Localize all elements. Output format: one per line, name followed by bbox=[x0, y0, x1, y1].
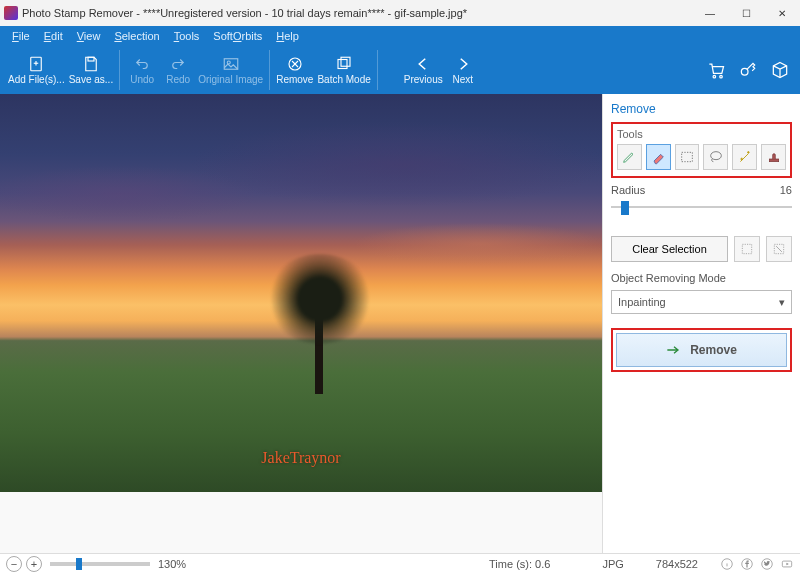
undo-button[interactable]: Undo bbox=[124, 48, 160, 92]
status-time: Time (s): 0.6 bbox=[489, 558, 550, 570]
side-panel: Remove Tools Radius 16 Clear Selection bbox=[602, 94, 800, 553]
undo-icon bbox=[133, 55, 151, 73]
remove-icon bbox=[286, 55, 304, 73]
toolbar: Add File(s)... Save as... Undo Redo Orig… bbox=[0, 46, 800, 94]
batch-mode-button[interactable]: Batch Mode bbox=[315, 48, 372, 92]
add-file-icon bbox=[27, 55, 45, 73]
radius-slider[interactable] bbox=[611, 198, 792, 216]
pencil-icon bbox=[621, 149, 637, 165]
menu-help[interactable]: Help bbox=[270, 28, 305, 44]
arrow-right-icon bbox=[454, 55, 472, 73]
svg-point-13 bbox=[741, 68, 748, 75]
watermark-text: JakeTraynor bbox=[261, 449, 340, 467]
remove-action-button[interactable]: Remove bbox=[616, 333, 787, 367]
tool-pencil[interactable] bbox=[617, 144, 642, 170]
panel-tab-remove[interactable]: Remove bbox=[611, 100, 792, 122]
canvas-image[interactable]: JakeTraynor bbox=[0, 94, 602, 492]
close-button[interactable]: ✕ bbox=[764, 0, 800, 26]
window-controls: — ☐ ✕ bbox=[692, 0, 800, 26]
tool-rectangle-select[interactable] bbox=[675, 144, 700, 170]
select-region-button[interactable] bbox=[734, 236, 760, 262]
zoom-in-button[interactable]: + bbox=[26, 556, 42, 572]
original-image-button[interactable]: Original Image bbox=[196, 48, 265, 92]
deselect-region-button[interactable] bbox=[766, 236, 792, 262]
tool-magic-wand[interactable] bbox=[732, 144, 757, 170]
tools-section: Tools bbox=[611, 122, 792, 178]
arrow-left-icon bbox=[414, 55, 432, 73]
deselect-region-icon bbox=[772, 242, 786, 256]
stamp-icon bbox=[766, 149, 782, 165]
lasso-icon bbox=[708, 149, 724, 165]
eraser-icon bbox=[650, 149, 666, 165]
remove-button-toolbar[interactable]: Remove bbox=[274, 48, 315, 92]
cube-icon[interactable] bbox=[770, 60, 790, 80]
menu-file[interactable]: File bbox=[6, 28, 36, 44]
rectangle-select-icon bbox=[679, 149, 695, 165]
mode-label: Object Removing Mode bbox=[611, 272, 792, 284]
save-icon bbox=[82, 55, 100, 73]
zoom-value: 130% bbox=[158, 558, 186, 570]
save-as-button[interactable]: Save as... bbox=[67, 48, 115, 92]
workspace: JakeTraynor Remove Tools Radius 16 Clear… bbox=[0, 94, 800, 553]
chevron-down-icon: ▾ bbox=[779, 296, 785, 309]
toolbar-right bbox=[706, 60, 790, 80]
twitter-icon[interactable] bbox=[760, 557, 774, 571]
tools-label: Tools bbox=[617, 128, 786, 140]
statusbar: − + 130% Time (s): 0.6 JPG 784x522 bbox=[0, 553, 800, 573]
svg-rect-9 bbox=[338, 60, 347, 69]
menu-softorbits[interactable]: SoftOrbits bbox=[207, 28, 268, 44]
maximize-button[interactable]: ☐ bbox=[728, 0, 764, 26]
arrow-go-icon bbox=[666, 344, 682, 356]
zoom-slider[interactable] bbox=[50, 562, 150, 566]
svg-rect-14 bbox=[682, 152, 693, 161]
radius-label: Radius bbox=[611, 184, 645, 196]
magic-wand-icon bbox=[737, 149, 753, 165]
status-format: JPG bbox=[602, 558, 623, 570]
canvas-area: JakeTraynor bbox=[0, 94, 602, 553]
titlebar: Photo Stamp Remover - ****Unregistered v… bbox=[0, 0, 800, 26]
menu-tools[interactable]: Tools bbox=[168, 28, 206, 44]
mode-select[interactable]: Inpainting ▾ bbox=[611, 290, 792, 314]
batch-icon bbox=[335, 55, 353, 73]
tool-clone-stamp[interactable] bbox=[761, 144, 786, 170]
zoom-out-button[interactable]: − bbox=[6, 556, 22, 572]
svg-rect-15 bbox=[769, 159, 778, 162]
previous-button[interactable]: Previous bbox=[402, 48, 445, 92]
select-region-icon bbox=[740, 242, 754, 256]
svg-rect-16 bbox=[742, 244, 751, 253]
redo-icon bbox=[169, 55, 187, 73]
svg-point-12 bbox=[720, 75, 723, 78]
menu-selection[interactable]: Selection bbox=[108, 28, 165, 44]
tool-eraser[interactable] bbox=[646, 144, 671, 170]
info-icon[interactable] bbox=[720, 557, 734, 571]
svg-rect-3 bbox=[88, 57, 94, 61]
next-button[interactable]: Next bbox=[445, 48, 481, 92]
menubar: File Edit View Selection Tools SoftOrbit… bbox=[0, 26, 800, 46]
mode-value: Inpainting bbox=[618, 296, 666, 308]
menu-edit[interactable]: Edit bbox=[38, 28, 69, 44]
tool-lasso[interactable] bbox=[703, 144, 728, 170]
minimize-button[interactable]: — bbox=[692, 0, 728, 26]
youtube-icon[interactable] bbox=[780, 557, 794, 571]
key-icon[interactable] bbox=[738, 60, 758, 80]
svg-rect-10 bbox=[341, 57, 350, 66]
svg-line-18 bbox=[776, 246, 782, 252]
radius-value: 16 bbox=[780, 184, 792, 196]
remove-button-highlight: Remove bbox=[611, 328, 792, 372]
status-dimensions: 784x522 bbox=[656, 558, 698, 570]
cart-icon[interactable] bbox=[706, 60, 726, 80]
image-icon bbox=[222, 55, 240, 73]
facebook-icon[interactable] bbox=[740, 557, 754, 571]
add-files-button[interactable]: Add File(s)... bbox=[6, 48, 67, 92]
svg-point-11 bbox=[713, 75, 716, 78]
zoom-controls: − + 130% bbox=[6, 556, 186, 572]
menu-view[interactable]: View bbox=[71, 28, 107, 44]
radius-row: Radius 16 bbox=[611, 184, 792, 196]
redo-button[interactable]: Redo bbox=[160, 48, 196, 92]
status-icons bbox=[720, 557, 794, 571]
clear-selection-button[interactable]: Clear Selection bbox=[611, 236, 728, 262]
window-title: Photo Stamp Remover - ****Unregistered v… bbox=[22, 7, 467, 19]
app-icon bbox=[4, 6, 18, 20]
